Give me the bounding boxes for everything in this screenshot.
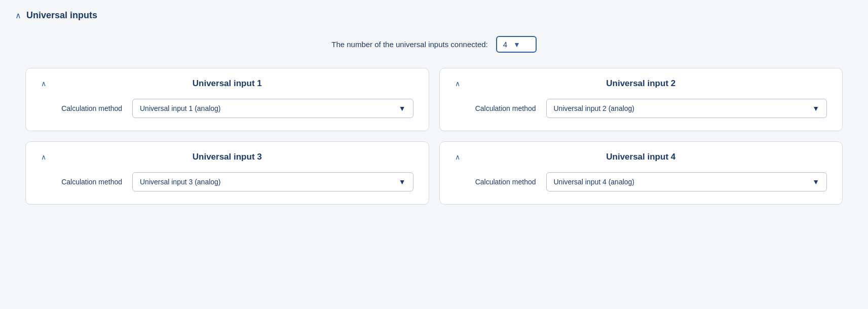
- card-header-4: ∧ Universal input 4: [455, 152, 827, 162]
- field-label-1: Calculation method: [41, 104, 122, 112]
- card-title-2: Universal input 2: [606, 79, 675, 89]
- inputs-count-select[interactable]: 4 ▼: [496, 36, 537, 53]
- collapse-icon[interactable]: ∧: [15, 11, 21, 20]
- field-select-3[interactable]: Universal input 3 (analog) ▼: [132, 172, 413, 191]
- card-field-row-2: Calculation method Universal input 2 (an…: [455, 99, 827, 118]
- inputs-count-value: 4: [503, 40, 507, 49]
- card-collapse-icon-1[interactable]: ∧: [41, 80, 46, 88]
- cards-grid: ∧ Universal input 1 Calculation method U…: [25, 68, 843, 205]
- field-select-2[interactable]: Universal input 2 (analog) ▼: [546, 99, 827, 118]
- field-dropdown-arrow-2: ▼: [812, 104, 819, 112]
- card-collapse-icon-4[interactable]: ∧: [455, 153, 460, 161]
- inputs-count-dropdown-arrow: ▼: [513, 41, 520, 49]
- card-collapse-icon-2[interactable]: ∧: [455, 80, 460, 88]
- field-dropdown-arrow-4: ▼: [812, 178, 819, 186]
- page-title: Universal inputs: [26, 10, 97, 21]
- inputs-count-label: The number of the universal inputs conne…: [331, 40, 488, 49]
- field-select-value-3: Universal input 3 (analog): [140, 178, 221, 186]
- card-header-2: ∧ Universal input 2: [455, 79, 827, 89]
- card-title-4: Universal input 4: [606, 152, 675, 162]
- field-dropdown-arrow-1: ▼: [399, 104, 406, 112]
- input-card-1: ∧ Universal input 1 Calculation method U…: [25, 68, 429, 131]
- card-field-row-1: Calculation method Universal input 1 (an…: [41, 99, 413, 118]
- field-select-value-4: Universal input 4 (analog): [554, 178, 635, 186]
- field-select-value-1: Universal input 1 (analog): [140, 104, 221, 112]
- card-collapse-icon-3[interactable]: ∧: [41, 153, 46, 161]
- input-card-3: ∧ Universal input 3 Calculation method U…: [25, 141, 429, 205]
- field-select-4[interactable]: Universal input 4 (analog) ▼: [546, 172, 827, 191]
- card-field-row-3: Calculation method Universal input 3 (an…: [41, 172, 413, 191]
- field-label-2: Calculation method: [455, 104, 536, 112]
- card-header-3: ∧ Universal input 3: [41, 152, 413, 162]
- field-label-4: Calculation method: [455, 178, 536, 186]
- field-dropdown-arrow-3: ▼: [399, 178, 406, 186]
- field-select-1[interactable]: Universal input 1 (analog) ▼: [132, 99, 413, 118]
- inputs-count-row: The number of the universal inputs conne…: [15, 36, 853, 53]
- input-card-4: ∧ Universal input 4 Calculation method U…: [439, 141, 843, 205]
- field-label-3: Calculation method: [41, 178, 122, 186]
- card-title-1: Universal input 1: [193, 79, 262, 89]
- card-title-3: Universal input 3: [193, 152, 262, 162]
- card-header-1: ∧ Universal input 1: [41, 79, 413, 89]
- page-header: ∧ Universal inputs: [15, 10, 853, 21]
- input-card-2: ∧ Universal input 2 Calculation method U…: [439, 68, 843, 131]
- card-field-row-4: Calculation method Universal input 4 (an…: [455, 172, 827, 191]
- field-select-value-2: Universal input 2 (analog): [554, 104, 635, 112]
